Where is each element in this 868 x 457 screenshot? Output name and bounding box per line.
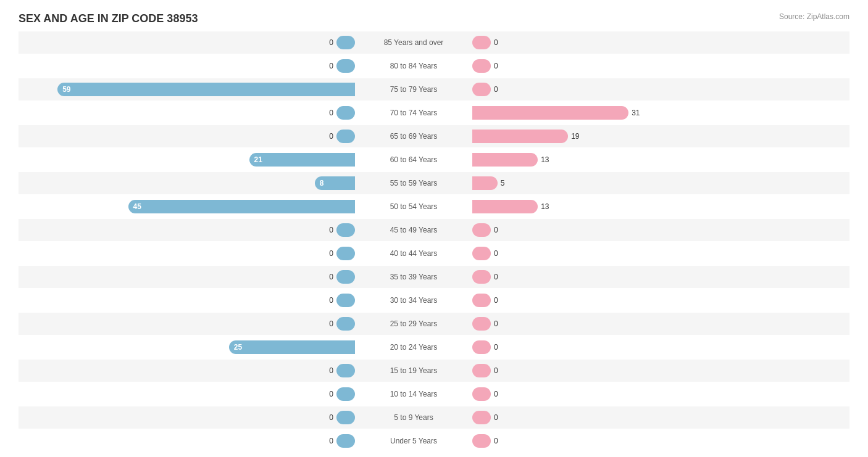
male-bar-zero — [336, 434, 355, 448]
left-section: 25 — [19, 340, 358, 354]
left-section: 0 — [19, 364, 358, 377]
bar-row: 010 to 14 Years0 — [19, 383, 849, 405]
male-bar-zero — [336, 106, 355, 120]
right-section: 0 — [469, 411, 809, 424]
male-value: 0 — [318, 249, 333, 258]
bar-row: 035 to 39 Years0 — [19, 266, 849, 288]
right-section: 5 — [469, 176, 809, 190]
left-section: 0 — [19, 36, 358, 49]
female-bar-zero — [472, 223, 491, 237]
female-bar — [472, 130, 568, 143]
male-value: 0 — [318, 273, 333, 281]
female-bar-zero — [472, 387, 491, 401]
right-section: 0 — [469, 317, 809, 331]
bar-row: 085 Years and over0 — [19, 31, 849, 54]
male-value: 21 — [254, 155, 262, 164]
male-value: 0 — [318, 319, 333, 328]
bar-row: 2520 to 24 Years0 — [19, 336, 849, 358]
female-bar-zero — [472, 317, 491, 331]
age-label: 25 to 29 Years — [358, 319, 469, 328]
right-section: 0 — [469, 434, 809, 448]
left-section: 8 — [19, 176, 358, 190]
age-label: 85 Years and over — [358, 38, 469, 47]
age-label: 60 to 64 Years — [358, 155, 469, 164]
female-bar-zero — [472, 270, 491, 284]
female-bar — [472, 176, 498, 190]
left-section: 0 — [19, 294, 358, 307]
male-bar-zero — [336, 387, 355, 401]
age-label: 35 to 39 Years — [358, 273, 469, 281]
female-value: 0 — [494, 296, 498, 305]
male-bar: 21 — [249, 153, 356, 167]
female-value: 0 — [494, 249, 498, 258]
left-section: 59 — [19, 83, 358, 96]
bar-row: 855 to 59 Years5 — [19, 172, 849, 194]
male-bar-zero — [336, 36, 355, 49]
right-section: 0 — [469, 83, 809, 96]
male-value: 25 — [234, 343, 242, 352]
female-bar — [472, 200, 538, 213]
age-label: 45 to 49 Years — [358, 226, 469, 234]
male-bar: 25 — [229, 340, 355, 354]
male-bar: 59 — [57, 83, 355, 96]
age-label: 40 to 44 Years — [358, 249, 469, 258]
right-section: 0 — [469, 294, 809, 307]
female-bar-zero — [472, 247, 491, 260]
bar-row: 045 to 49 Years0 — [19, 219, 849, 241]
female-bar-zero — [472, 59, 491, 73]
bar-row: 070 to 74 Years31 — [19, 102, 849, 124]
female-value: 0 — [494, 38, 498, 47]
male-bar: 45 — [128, 200, 356, 213]
right-section: 0 — [469, 247, 809, 260]
female-value: 0 — [494, 85, 498, 94]
female-value: 0 — [494, 390, 498, 398]
male-bar-zero — [336, 364, 355, 377]
male-bar-zero — [336, 270, 355, 284]
right-section: 0 — [469, 59, 809, 73]
male-value: 0 — [318, 437, 333, 445]
left-section: 0 — [19, 411, 358, 424]
chart-container: SEX AND AGE IN ZIP CODE 38953 Source: Zi… — [0, 0, 868, 457]
age-label: 20 to 24 Years — [358, 343, 469, 352]
age-label: 30 to 34 Years — [358, 296, 469, 305]
bar-row: 080 to 84 Years0 — [19, 55, 849, 77]
male-value: 0 — [318, 390, 333, 398]
female-bar-zero — [472, 294, 491, 307]
chart-area: 085 Years and over0080 to 84 Years05975 … — [19, 31, 849, 414]
age-label: 50 to 54 Years — [358, 202, 469, 211]
male-value: 0 — [318, 132, 333, 141]
female-value: 0 — [494, 226, 498, 234]
left-section: 0 — [19, 434, 358, 448]
right-section: 31 — [469, 106, 809, 120]
female-bar — [472, 106, 628, 120]
right-section: 0 — [469, 36, 809, 49]
left-section: 0 — [19, 387, 358, 401]
bar-row: 030 to 34 Years0 — [19, 289, 849, 311]
male-bar-zero — [336, 411, 355, 424]
female-value: 19 — [571, 132, 579, 141]
female-bar — [472, 153, 538, 167]
age-label: 15 to 19 Years — [358, 366, 469, 375]
male-bar-zero — [336, 317, 355, 331]
male-bar-zero — [336, 294, 355, 307]
right-section: 0 — [469, 387, 809, 401]
age-label: Under 5 Years — [358, 437, 469, 445]
male-value: 0 — [318, 296, 333, 305]
female-bar-zero — [472, 36, 491, 49]
left-section: 0 — [19, 317, 358, 331]
male-value: 0 — [318, 226, 333, 234]
female-value: 5 — [501, 179, 505, 187]
male-value: 45 — [133, 202, 141, 211]
right-section: 13 — [469, 200, 809, 213]
male-value: 0 — [318, 62, 333, 70]
female-value: 13 — [541, 202, 549, 211]
female-bar-zero — [472, 434, 491, 448]
male-bar-zero — [336, 247, 355, 260]
age-label: 80 to 84 Years — [358, 62, 469, 70]
bar-row: 015 to 19 Years0 — [19, 360, 849, 382]
right-section: 13 — [469, 153, 809, 167]
female-value: 0 — [494, 62, 498, 70]
age-label: 75 to 79 Years — [358, 85, 469, 94]
male-bar-zero — [336, 223, 355, 237]
age-label: 70 to 74 Years — [358, 109, 469, 117]
